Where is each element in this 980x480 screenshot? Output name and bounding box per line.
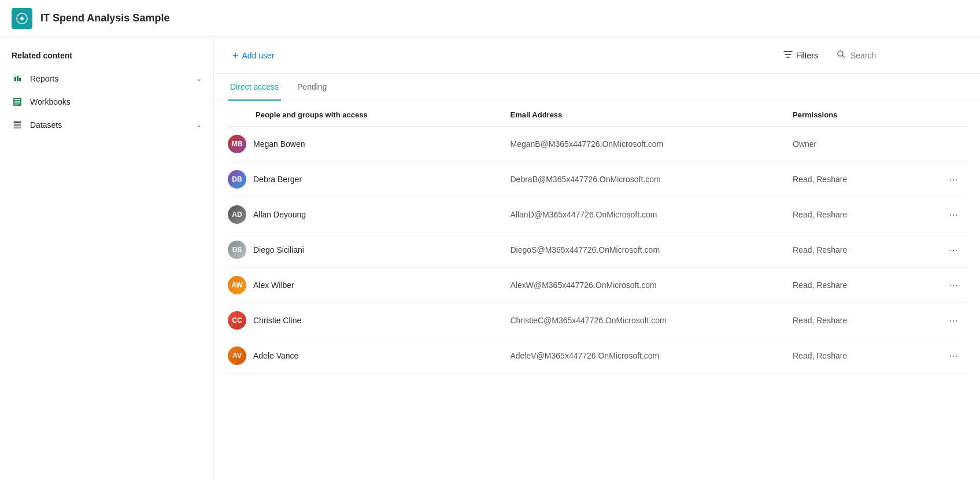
permissions-cell: Read, Reshare ⋯ bbox=[793, 314, 966, 327]
permissions-cell: Read, Reshare ⋯ bbox=[793, 173, 966, 186]
permissions-cell: Read, Reshare ⋯ bbox=[793, 279, 966, 292]
svg-rect-7 bbox=[14, 99, 20, 100]
avatar: AV bbox=[228, 346, 246, 365]
person-name: Diego Siciliani bbox=[253, 245, 304, 254]
svg-rect-13 bbox=[14, 124, 21, 126]
permissions-text: Read, Reshare bbox=[793, 175, 847, 184]
search-icon bbox=[837, 50, 846, 61]
email-cell: AllanD@M365x447726.OnMicrosoft.com bbox=[511, 210, 793, 219]
permissions-text: Read, Reshare bbox=[793, 351, 847, 360]
sidebar: Related content Reports ⌄ bbox=[0, 37, 214, 480]
person-cell: MB Megan Bowen bbox=[228, 135, 511, 153]
person-name: Allan Deyoung bbox=[253, 210, 306, 219]
more-options-button[interactable]: ⋯ bbox=[945, 243, 961, 257]
email-cell: AlexW@M365x447726.OnMicrosoft.com bbox=[511, 280, 793, 290]
permissions-text: Read, Reshare bbox=[793, 280, 847, 290]
person-name: Alex Wilber bbox=[253, 280, 294, 290]
search-input[interactable] bbox=[850, 51, 966, 60]
avatar: CC bbox=[228, 311, 246, 330]
email-cell: DebraB@M365x447726.OnMicrosoft.com bbox=[511, 175, 793, 184]
avatar: AD bbox=[228, 205, 246, 224]
reports-chevron-icon: ⌄ bbox=[196, 75, 202, 83]
more-options-button[interactable]: ⋯ bbox=[945, 173, 961, 186]
access-table: People and groups with access Email Addr… bbox=[214, 101, 980, 374]
tabs-container: Direct access Pending bbox=[214, 74, 980, 101]
more-options-button[interactable]: ⋯ bbox=[945, 208, 961, 221]
app-header: IT Spend Analysis Sample bbox=[0, 0, 980, 37]
page-title: IT Spend Analysis Sample bbox=[40, 12, 169, 24]
workbooks-label: Workbooks bbox=[30, 97, 71, 106]
person-cell: AW Alex Wilber bbox=[228, 276, 511, 294]
permissions-cell: Owner bbox=[793, 139, 966, 149]
avatar: AW bbox=[228, 276, 246, 294]
filters-button[interactable]: Filters bbox=[779, 46, 823, 64]
app-logo bbox=[12, 8, 32, 29]
person-name: Debra Berger bbox=[253, 175, 302, 184]
email-cell: AdeleV@M365x447726.OnMicrosoft.com bbox=[511, 351, 793, 360]
datasets-chevron-icon: ⌄ bbox=[196, 121, 202, 129]
person-name: Adele Vance bbox=[253, 351, 298, 360]
plus-icon: + bbox=[232, 50, 239, 61]
more-options-button[interactable]: ⋯ bbox=[945, 314, 961, 327]
permissions-text: Read, Reshare bbox=[793, 210, 847, 219]
more-options-button[interactable]: ⋯ bbox=[945, 279, 961, 292]
table-row: DB Debra Berger DebraB@M365x447726.OnMic… bbox=[228, 162, 966, 197]
svg-rect-4 bbox=[17, 76, 19, 81]
toolbar: + Add user Filters bbox=[214, 37, 980, 74]
permissions-text: Owner bbox=[793, 139, 816, 149]
col-email: Email Address bbox=[511, 110, 793, 119]
permissions-cell: Read, Reshare ⋯ bbox=[793, 349, 966, 363]
search-area[interactable] bbox=[837, 50, 966, 61]
person-cell: CC Christie Cline bbox=[228, 311, 511, 330]
main-layout: Related content Reports ⌄ bbox=[0, 37, 980, 480]
svg-rect-14 bbox=[14, 127, 21, 128]
reports-label: Reports bbox=[30, 74, 58, 83]
email-cell: MeganB@M365x447726.OnMicrosoft.com bbox=[511, 139, 793, 149]
email-cell: ChristieC@M365x447726.OnMicrosoft.com bbox=[511, 316, 793, 325]
avatar: DB bbox=[228, 170, 246, 189]
sidebar-item-datasets[interactable]: Datasets ⌄ bbox=[0, 113, 213, 136]
permissions-cell: Read, Reshare ⋯ bbox=[793, 243, 966, 257]
svg-rect-3 bbox=[14, 77, 16, 81]
dataset-icon bbox=[12, 119, 23, 131]
col-people: People and groups with access bbox=[228, 110, 511, 119]
add-user-label: Add user bbox=[242, 51, 275, 60]
table-row: AW Alex Wilber AlexW@M365x447726.OnMicro… bbox=[228, 268, 966, 303]
table-row: CC Christie Cline ChristieC@M365x447726.… bbox=[228, 303, 966, 338]
report-icon bbox=[12, 73, 23, 84]
table-header: People and groups with access Email Addr… bbox=[228, 101, 966, 127]
svg-point-1 bbox=[20, 17, 24, 20]
tab-pending[interactable]: Pending bbox=[295, 74, 329, 101]
svg-rect-5 bbox=[19, 78, 21, 81]
svg-rect-12 bbox=[14, 121, 21, 123]
tab-direct-access[interactable]: Direct access bbox=[228, 74, 281, 101]
person-name: Megan Bowen bbox=[253, 139, 305, 149]
sidebar-section-title: Related content bbox=[0, 46, 213, 67]
sidebar-item-workbooks[interactable]: Workbooks bbox=[0, 90, 213, 113]
svg-rect-10 bbox=[14, 104, 18, 105]
person-cell: DS Diego Siciliani bbox=[228, 241, 511, 259]
table-row: DS Diego Siciliani DiegoS@M365x447726.On… bbox=[228, 232, 966, 268]
permissions-text: Read, Reshare bbox=[793, 245, 847, 254]
email-cell: DiegoS@M365x447726.OnMicrosoft.com bbox=[511, 245, 793, 254]
table-row: MB Megan Bowen MeganB@M365x447726.OnMicr… bbox=[228, 127, 966, 162]
workbook-icon bbox=[12, 96, 23, 108]
add-user-button[interactable]: + Add user bbox=[228, 47, 279, 64]
svg-rect-9 bbox=[14, 102, 20, 104]
content-area: + Add user Filters bbox=[214, 37, 980, 480]
person-cell: DB Debra Berger bbox=[228, 170, 511, 189]
svg-rect-8 bbox=[14, 101, 20, 102]
col-permissions: Permissions bbox=[793, 110, 966, 119]
avatar: DS bbox=[228, 241, 246, 259]
datasets-label: Datasets bbox=[30, 120, 62, 130]
table-body: MB Megan Bowen MeganB@M365x447726.OnMicr… bbox=[228, 127, 966, 374]
sidebar-item-reports[interactable]: Reports ⌄ bbox=[0, 67, 213, 90]
filters-label: Filters bbox=[796, 51, 818, 60]
avatar: MB bbox=[228, 135, 246, 153]
permissions-text: Read, Reshare bbox=[793, 316, 847, 325]
table-row: AD Allan Deyoung AllanD@M365x447726.OnMi… bbox=[228, 197, 966, 232]
person-cell: AD Allan Deyoung bbox=[228, 205, 511, 224]
more-options-button[interactable]: ⋯ bbox=[945, 349, 961, 363]
permissions-cell: Read, Reshare ⋯ bbox=[793, 208, 966, 221]
person-name: Christie Cline bbox=[253, 316, 301, 325]
